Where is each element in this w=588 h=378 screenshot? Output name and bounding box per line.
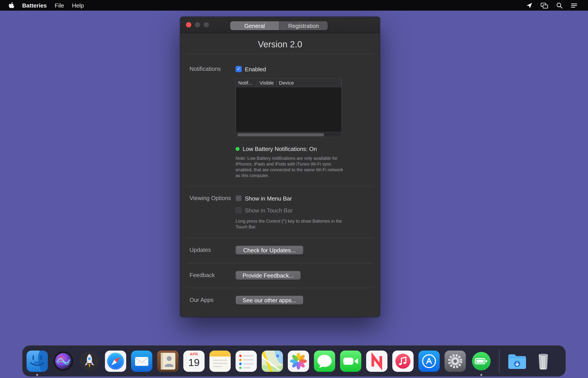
notifications-table[interactable]: Notif... Visible Device [235,78,342,137]
batteries-app-icon [471,350,492,372]
safari-icon [105,350,126,372]
dock-item-notes[interactable] [209,350,231,372]
horizontal-scrollbar[interactable] [236,132,341,137]
trash-icon [533,350,554,372]
launchpad-icon [79,350,100,372]
itunes-icon [392,350,413,372]
dock-separator [499,349,499,373]
updates-section-label: Updates [190,247,211,253]
contacts-icon [157,350,178,372]
dock-item-news[interactable] [366,350,387,372]
siri-icon [53,350,74,372]
viewing-options-section-label: Viewing Options [190,195,231,201]
dock-item-app-store[interactable] [418,350,440,372]
check-for-updates-button[interactable]: Check for Updates... [235,246,303,255]
dock: APR 19 [22,345,566,377]
dock-item-trash[interactable] [533,350,554,372]
notifications-note: Note: Low Battery notifications are only… [235,155,343,178]
our-apps-section-label: Our Apps [190,297,213,303]
dock-item-safari[interactable] [105,350,126,372]
maps-icon [262,350,283,372]
dock-item-photos[interactable] [288,350,309,372]
reminders-icon [235,350,257,372]
separator [187,238,373,238]
apple-icon [8,2,14,9]
dock-item-finder[interactable] [27,350,48,372]
dock-item-mail[interactable] [131,350,152,372]
app-store-icon [418,350,440,372]
facetime-icon [340,350,361,372]
menu-bar: Batteries File Help [0,0,588,11]
desktop: Batteries File Help [0,0,588,378]
dock-item-reminders[interactable] [235,350,257,372]
toolbar-tabs: General Registration [230,21,328,30]
calendar-day: 19 [188,357,199,368]
notification-list-icon[interactable] [571,2,577,9]
dock-item-siri[interactable] [53,350,74,372]
minimize-button[interactable] [195,22,200,27]
menu-app-name[interactable]: Batteries [18,2,51,9]
show-in-menu-bar-row[interactable]: Show in Menu Bar [235,195,292,202]
photos-icon [288,350,309,372]
dock-item-contacts[interactable] [157,350,178,372]
running-indicator [480,374,482,376]
dock-item-downloads[interactable] [506,350,528,372]
scrollbar-thumb[interactable] [237,133,324,136]
low-battery-status-row: Low Battery Notifications: On [235,145,317,152]
separator [187,263,373,263]
displays-icon[interactable] [541,2,548,9]
zoom-button[interactable] [204,22,209,27]
status-green-dot [235,147,240,151]
news-icon [366,350,387,372]
dock-item-maps[interactable] [262,350,283,372]
tab-general[interactable]: General [230,21,279,30]
show-in-touch-bar-label: Show in Touch Bar [245,207,293,214]
column-header-visible[interactable]: Visible [257,79,277,87]
notes-icon [209,350,231,372]
dock-item-batteries[interactable] [471,350,492,372]
dock-item-itunes[interactable] [392,350,413,372]
notifications-section-label: Notifications [190,66,221,72]
dock-item-launchpad[interactable] [79,350,100,372]
enabled-checkbox[interactable] [235,66,242,72]
dock-item-system-preferences[interactable] [445,350,466,372]
separator [187,288,373,288]
notifications-table-header: Notif... Visible Device [236,79,341,87]
version-title: Version 2.0 [180,39,380,50]
messages-icon [314,350,335,372]
show-in-menu-bar-label: Show in Menu Bar [245,195,292,202]
menu-help[interactable]: Help [68,2,88,9]
column-header-device[interactable]: Device [277,79,341,87]
show-in-touch-bar-checkbox [235,207,242,213]
apple-menu[interactable] [4,2,18,9]
finder-icon [27,350,48,372]
batteries-preferences-window: General Registration Version 2.0 Notific… [180,17,380,317]
separator [187,54,373,54]
menu-bar-left: Batteries File Help [4,2,88,9]
see-our-other-apps-button[interactable]: See our other apps... [235,296,303,305]
menu-file[interactable]: File [51,2,68,9]
provide-feedback-button[interactable]: Provide Feedback... [235,271,301,280]
notifications-table-body[interactable] [236,87,341,132]
dock-item-messages[interactable] [314,350,335,372]
calendar-month: APR [190,352,198,356]
enabled-checkbox-label: Enabled [245,66,266,72]
downloads-folder-icon [506,350,528,372]
traffic-lights [186,22,209,27]
mail-icon [131,350,152,372]
touch-bar-note: Long press the Control (^) key to show B… [235,218,343,230]
separator [187,186,373,186]
feedback-section-label: Feedback [190,272,215,278]
enabled-checkbox-row[interactable]: Enabled [235,66,266,73]
search-icon[interactable] [556,2,563,9]
window-titlebar[interactable]: General Registration [180,17,380,33]
dock-item-facetime[interactable] [340,350,361,372]
dock-item-calendar[interactable]: APR 19 [183,350,205,372]
menu-bar-status-area [526,2,584,9]
location-arrow-icon[interactable] [526,2,533,9]
column-header-notif[interactable]: Notif... [236,79,257,87]
tab-registration[interactable]: Registration [279,21,328,30]
show-in-menu-bar-checkbox[interactable] [235,195,242,201]
show-in-touch-bar-row: Show in Touch Bar [235,207,293,214]
close-button[interactable] [186,22,191,27]
